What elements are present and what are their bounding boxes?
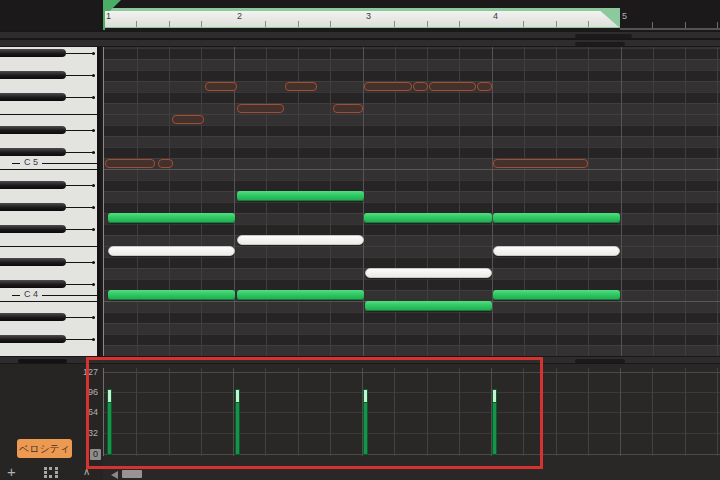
- midi-note-selected[interactable]: [237, 235, 364, 245]
- white-key-separator: [66, 97, 95, 98]
- separator-end-dot: [92, 316, 95, 319]
- beat-grid-line: [137, 47, 138, 356]
- velocity-bar[interactable]: [363, 389, 368, 455]
- ghost-midi-note[interactable]: [158, 159, 173, 168]
- octave-label: C 4: [20, 290, 42, 299]
- midi-note[interactable]: [108, 213, 235, 223]
- marquee-dot: [55, 471, 58, 474]
- white-key-separator-full: [0, 114, 97, 115]
- velocity-grid-hline: [104, 372, 720, 373]
- white-key-separator: [66, 229, 95, 230]
- velocity-grid-vline: [233, 368, 234, 456]
- horizontal-scrollbar-track-1[interactable]: [0, 31, 720, 39]
- midi-note-selected[interactable]: [493, 246, 620, 256]
- velocity-grid-hline: [104, 392, 720, 393]
- pitch-row: [104, 180, 720, 191]
- velocity-grid-vline: [298, 368, 299, 456]
- ghost-midi-note[interactable]: [105, 159, 155, 168]
- marquee-dot: [55, 475, 58, 478]
- piano-key-black[interactable]: [0, 93, 66, 101]
- measure-grid-line: [363, 47, 364, 356]
- piano-key-black[interactable]: [0, 258, 66, 266]
- scroll-left-arrow-icon[interactable]: [111, 471, 118, 479]
- beat-grid-line: [588, 47, 589, 356]
- separator-end-dot: [92, 151, 95, 154]
- white-key-separator: [66, 130, 95, 131]
- ruler-tick: [523, 21, 524, 27]
- beat-grid-line: [717, 47, 718, 356]
- midi-note[interactable]: [365, 301, 492, 311]
- velocity-grid-left-edge: [103, 368, 104, 456]
- velocity-axis-label: 127: [72, 367, 98, 377]
- horizontal-scrollbar-thumb-3[interactable]: [575, 359, 625, 363]
- pitch-row: [104, 59, 720, 70]
- ghost-midi-note[interactable]: [333, 104, 363, 113]
- piano-key-black[interactable]: [0, 148, 66, 156]
- pitch-row: [104, 158, 720, 169]
- piano-key-black[interactable]: [0, 71, 66, 79]
- ghost-midi-note[interactable]: [237, 104, 284, 113]
- midi-note-selected[interactable]: [365, 268, 492, 278]
- ghost-midi-note[interactable]: [413, 82, 428, 91]
- ghost-midi-note[interactable]: [205, 82, 237, 91]
- piano-key-black[interactable]: [0, 181, 66, 189]
- piano-key-black[interactable]: [0, 335, 66, 343]
- horizontal-scrollbar-thumb-1[interactable]: [575, 34, 632, 38]
- horizontal-scrollbar-track-3[interactable]: [0, 356, 720, 364]
- ghost-midi-note[interactable]: [285, 82, 317, 91]
- velocity-bar[interactable]: [107, 389, 112, 455]
- midi-note[interactable]: [237, 290, 364, 300]
- horizontal-scrollbar-thumb-2[interactable]: [575, 42, 625, 46]
- midi-note[interactable]: [493, 213, 620, 223]
- piano-key-black[interactable]: [0, 203, 66, 211]
- velocity-grid-vline: [394, 368, 395, 456]
- velocity-scrollbar-thumb[interactable]: [122, 470, 142, 478]
- midi-note[interactable]: [493, 290, 620, 300]
- piano-key-black[interactable]: [0, 126, 66, 134]
- velocity-mode-button[interactable]: ベロシティ: [17, 439, 72, 458]
- midi-note[interactable]: [237, 191, 364, 201]
- octave-boundary-line: [104, 169, 720, 170]
- midi-note[interactable]: [364, 213, 492, 223]
- collapse-chevron-icon[interactable]: ∧: [83, 467, 90, 477]
- velocity-bar-cap: [236, 390, 239, 403]
- pitch-row: [104, 125, 720, 136]
- pitch-row: [104, 312, 720, 323]
- velocity-bar-cap: [108, 390, 111, 403]
- ghost-midi-note[interactable]: [493, 159, 588, 168]
- midi-note[interactable]: [108, 290, 235, 300]
- white-key-separator-full: [0, 246, 97, 247]
- marquee-dot: [49, 467, 52, 470]
- note-grid[interactable]: [103, 47, 720, 356]
- measure-number: 2: [237, 11, 242, 21]
- separator-end-dot: [92, 283, 95, 286]
- ghost-midi-note[interactable]: [477, 82, 492, 91]
- velocity-axis-label: 32: [72, 428, 98, 438]
- white-key-separator: [66, 152, 95, 153]
- piano-key-black[interactable]: [0, 313, 66, 321]
- piano-roll-editor: 12345 C 5C 4 1279664320 ベロシティ + ∧: [0, 0, 720, 480]
- timeline-ruler[interactable]: [103, 8, 620, 28]
- add-icon[interactable]: +: [7, 464, 16, 479]
- ghost-midi-note[interactable]: [364, 82, 412, 91]
- piano-key-black[interactable]: [0, 225, 66, 233]
- horizontal-scrollbar-track-2[interactable]: [0, 39, 720, 47]
- ghost-midi-note[interactable]: [429, 82, 476, 91]
- velocity-bar[interactable]: [235, 389, 240, 455]
- piano-key-black[interactable]: [0, 49, 66, 57]
- pitch-row: [104, 257, 720, 268]
- ruler-tick: [427, 21, 428, 27]
- velocity-bar[interactable]: [492, 389, 497, 455]
- pitch-row: [104, 70, 720, 81]
- velocity-lane[interactable]: 1279664320 ベロシティ + ∧: [0, 364, 720, 480]
- white-key-separator: [66, 207, 95, 208]
- midi-note-selected[interactable]: [108, 246, 235, 256]
- marquee-select-icon[interactable]: [44, 467, 58, 478]
- separator-end-dot: [92, 261, 95, 264]
- white-key-separator: [66, 317, 95, 318]
- pitch-row: [104, 92, 720, 103]
- piano-keyboard[interactable]: C 5C 4: [0, 47, 100, 356]
- separator-end-dot: [92, 96, 95, 99]
- piano-key-black[interactable]: [0, 280, 66, 288]
- ghost-midi-note[interactable]: [172, 115, 204, 124]
